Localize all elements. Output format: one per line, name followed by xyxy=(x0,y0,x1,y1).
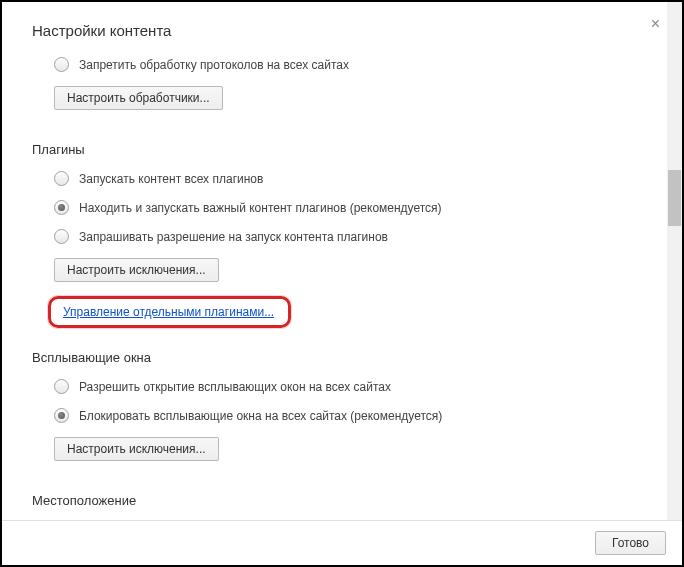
radio-plugins-run-all[interactable]: Запускать контент всех плагинов xyxy=(32,171,652,186)
section-popups: Всплывающие окна Разрешить открытие вспл… xyxy=(32,350,652,471)
radio-icon xyxy=(54,200,69,215)
radio-popups-allow[interactable]: Разрешить открытие всплывающих окон на в… xyxy=(32,379,652,394)
highlight-annotation: Управление отдельными плагинами... xyxy=(48,296,291,328)
radio-popups-block[interactable]: Блокировать всплывающие окна на всех сай… xyxy=(32,408,652,423)
radio-icon xyxy=(54,229,69,244)
radio-icon xyxy=(54,57,69,72)
section-protocols: Запретить обработку протоколов на всех с… xyxy=(32,57,652,120)
radio-label: Запретить обработку протоколов на всех с… xyxy=(79,58,349,72)
done-button[interactable]: Готово xyxy=(595,531,666,555)
plugins-heading: Плагины xyxy=(32,142,652,157)
popups-exceptions-button[interactable]: Настроить исключения... xyxy=(54,437,219,461)
radio-label: Запрашивать разрешение на запуск контент… xyxy=(79,230,388,244)
radio-icon xyxy=(54,379,69,394)
radio-icon xyxy=(54,171,69,186)
manage-plugins-link[interactable]: Управление отдельными плагинами... xyxy=(63,305,274,319)
close-icon[interactable]: × xyxy=(651,16,660,32)
section-plugins: Плагины Запускать контент всех плагинов … xyxy=(32,142,652,328)
radio-label: Запускать контент всех плагинов xyxy=(79,172,263,186)
radio-label: Блокировать всплывающие окна на всех сай… xyxy=(79,409,442,423)
radio-icon xyxy=(54,408,69,423)
radio-protocols-block-all[interactable]: Запретить обработку протоколов на всех с… xyxy=(32,57,652,72)
scroll-content: Настройки контента Запретить обработку п… xyxy=(2,2,682,520)
content-area: × Настройки контента Запретить обработку… xyxy=(2,2,682,520)
location-heading: Местоположение xyxy=(32,493,652,507)
radio-label: Находить и запускать важный контент плаг… xyxy=(79,201,442,215)
radio-label: Разрешить открытие всплывающих окон на в… xyxy=(79,380,391,394)
radio-plugins-detect-important[interactable]: Находить и запускать важный контент плаг… xyxy=(32,200,652,215)
plugins-exceptions-button[interactable]: Настроить исключения... xyxy=(54,258,219,282)
content-settings-dialog: × Настройки контента Запретить обработку… xyxy=(2,2,682,565)
scrollbar-thumb[interactable] xyxy=(668,170,681,226)
scrollbar-track[interactable] xyxy=(667,2,682,520)
popups-heading: Всплывающие окна xyxy=(32,350,652,365)
section-location-cutoff: Местоположение xyxy=(32,493,652,507)
dialog-title: Настройки контента xyxy=(32,22,652,39)
radio-plugins-ask[interactable]: Запрашивать разрешение на запуск контент… xyxy=(32,229,652,244)
dialog-footer: Готово xyxy=(2,520,682,565)
configure-handlers-button[interactable]: Настроить обработчики... xyxy=(54,86,223,110)
